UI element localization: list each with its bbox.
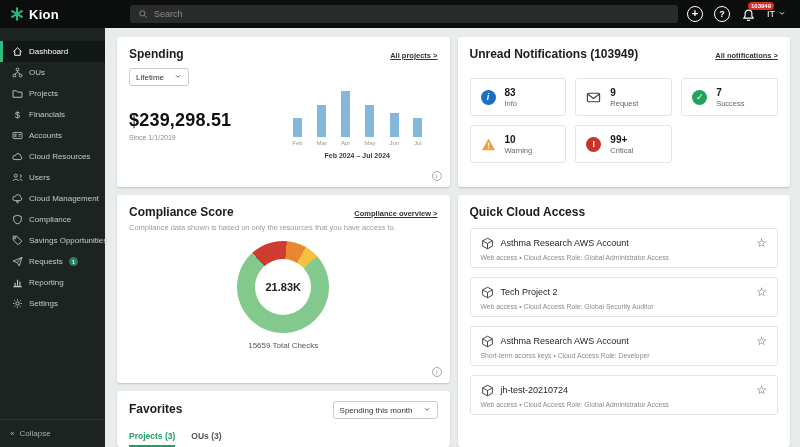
cloud-access-item[interactable]: Tech Project 2 ☆ Web access • Cloud Acce… [470, 277, 779, 317]
home-icon [12, 46, 23, 57]
cloud-access-item[interactable]: Asthma Research AWS Account ☆ Web access… [470, 228, 779, 268]
favorites-period-select[interactable]: Spending this month [333, 401, 438, 419]
spending-range-label: Feb 2024 – Jul 2024 [325, 152, 390, 159]
spending-since: Since 1/1/2019 [129, 134, 277, 141]
bar-month-label: Feb [292, 140, 302, 146]
notif-box-warning[interactable]: 10 Warning [470, 125, 567, 163]
chevron-down-icon [423, 405, 431, 415]
account-name: jh-test-20210724 [501, 385, 750, 395]
notif-box-critical[interactable]: ! 99+ Critical [575, 125, 672, 163]
star-icon[interactable]: ☆ [756, 238, 767, 248]
favorites-card: Favorites Spending this month Projects (… [117, 391, 450, 447]
compliance-title: Compliance Score [129, 205, 234, 219]
help-button[interactable]: ? [714, 6, 730, 22]
collapse-icon: « [10, 429, 14, 438]
notif-label: Success [716, 99, 744, 108]
sidebar-item-projects[interactable]: Projects [0, 83, 105, 104]
brand-name: Kion [29, 7, 59, 22]
sidebar-item-label: Cloud Resources [29, 152, 90, 161]
sidebar-collapse-button[interactable]: « Collapse [0, 419, 105, 447]
cloud-access-item[interactable]: Asthma Research AWS Account ☆ Short-term… [470, 326, 779, 366]
bar-May [365, 105, 374, 137]
sidebar-item-label: Settings [29, 299, 58, 308]
aws-icon [481, 334, 494, 347]
sidebar-item-label: OUs [29, 68, 45, 77]
notif-box-success[interactable]: ✓ 7 Success [681, 78, 778, 116]
sidebar-item-ous[interactable]: OUs [0, 62, 105, 83]
cloud-icon [12, 151, 23, 162]
account-name: Tech Project 2 [501, 287, 750, 297]
all-projects-link[interactable]: All projects > [390, 51, 437, 60]
sidebar-item-financials[interactable]: $ Financials [0, 104, 105, 125]
sidebar-item-users[interactable]: Users [0, 167, 105, 188]
notif-label: Info [505, 99, 518, 108]
users-icon [12, 172, 23, 183]
notif-box-request[interactable]: 9 Request [575, 78, 672, 116]
search-input[interactable] [154, 9, 670, 19]
chevron-down-icon [778, 9, 786, 19]
info-icon[interactable]: i [432, 171, 442, 181]
warning-triangle-icon [481, 137, 496, 152]
notifications-card: Unread Notifications (103949) All notifi… [458, 37, 791, 187]
tab-projects[interactable]: Projects (3) [129, 431, 175, 447]
cloud-gear-icon [12, 193, 23, 204]
star-icon[interactable]: ☆ [756, 385, 767, 395]
account-name: Asthma Research AWS Account [501, 336, 750, 346]
bar-Jul [413, 118, 422, 137]
notif-label: Warning [505, 146, 533, 155]
search-bar[interactable] [130, 5, 678, 23]
quick-cloud-access-card: Quick Cloud Access Asthma Research AWS A… [458, 195, 791, 447]
success-check-icon: ✓ [692, 90, 707, 105]
topbar-actions: + ? 103949 IT [687, 6, 800, 23]
user-menu-label: IT [767, 9, 775, 19]
cloud-access-item[interactable]: jh-test-20210724 ☆ Web access • Cloud Ac… [470, 375, 779, 415]
sidebar-item-dashboard[interactable]: Dashboard [0, 41, 105, 62]
sidebar-item-label: Cloud Management [29, 194, 99, 203]
star-icon[interactable]: ☆ [756, 336, 767, 346]
bar-month-label: May [364, 140, 375, 146]
sidebar-item-settings[interactable]: Settings [0, 293, 105, 314]
dollar-icon: $ [12, 109, 23, 120]
spending-bar-chart: FebMarAprMayJunJul [292, 90, 422, 146]
compliance-overview-link[interactable]: Compliance overview > [354, 209, 437, 218]
favorites-period-value: Spending this month [340, 406, 413, 415]
folder-icon [12, 88, 23, 99]
notif-box-info[interactable]: i 83 Info [470, 78, 567, 116]
sidebar-item-reporting[interactable]: Reporting [0, 272, 105, 293]
sidebar-item-label: Users [29, 173, 50, 182]
sidebar-item-cloud-resources[interactable]: Cloud Resources [0, 146, 105, 167]
sidebar-item-cloud-management[interactable]: Cloud Management [0, 188, 105, 209]
notif-count: 99+ [610, 134, 633, 145]
access-detail: Web access • Cloud Access Role: Global A… [481, 254, 768, 261]
sidebar-item-accounts[interactable]: Accounts [0, 125, 105, 146]
quick-access-title: Quick Cloud Access [470, 205, 586, 219]
spending-period-select[interactable]: Lifetime [129, 68, 189, 86]
idcard-icon [12, 130, 23, 141]
sidebar-item-requests[interactable]: Requests 1 [0, 251, 105, 272]
notif-count: 9 [610, 87, 638, 98]
info-icon[interactable]: i [432, 367, 442, 377]
sidebar-item-compliance[interactable]: Compliance [0, 209, 105, 230]
bar-Apr [341, 91, 350, 137]
bar-Jun [390, 113, 399, 137]
kion-logo-icon [10, 7, 24, 21]
access-detail: Web access • Cloud Access Role: Global S… [481, 303, 768, 310]
collapse-label: Collapse [19, 429, 50, 438]
sidebar-item-savings-opportunities[interactable]: Savings Opportunities [0, 230, 105, 251]
spending-amount: $239,298.51 [129, 110, 277, 131]
bar-month-label: Jun [390, 140, 400, 146]
notifications-button[interactable]: 103949 [741, 8, 756, 23]
all-notifications-link[interactable]: All notifications > [715, 51, 778, 60]
add-button[interactable]: + [687, 6, 703, 22]
brand[interactable]: Kion [0, 7, 105, 22]
star-icon[interactable]: ☆ [756, 287, 767, 297]
access-detail: Short-term access keys • Cloud Access Ro… [481, 352, 768, 359]
topbar: Kion + ? 103949 IT [0, 0, 800, 28]
user-menu[interactable]: IT [767, 9, 786, 19]
sidebar-item-label: Compliance [29, 215, 71, 224]
info-icon: i [481, 90, 496, 105]
aws-icon [481, 383, 494, 396]
compliance-total-checks: 15659 Total Checks [129, 341, 438, 350]
sidebar: Dashboard OUs Projects $ Financials Acco… [0, 28, 105, 447]
tab-ous[interactable]: OUs (3) [191, 431, 221, 447]
